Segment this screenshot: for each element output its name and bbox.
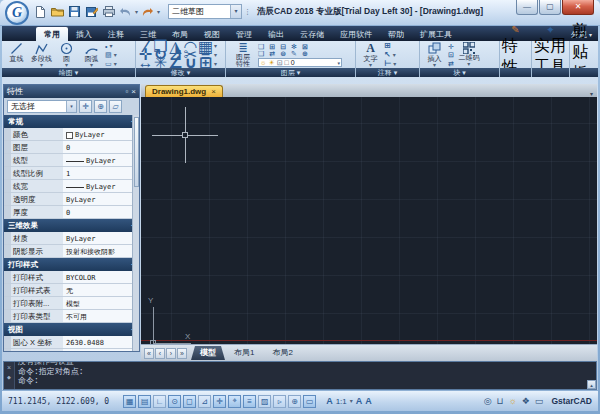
open-file-button[interactable]: [50, 4, 65, 19]
grid-toggle[interactable]: ▤: [138, 395, 151, 408]
command-history[interactable]: 没有操作与设置 命令:指定对角点: 命令:: [15, 362, 596, 389]
quick-select-button[interactable]: ⊕: [94, 100, 107, 113]
layer-isolate-icon[interactable]: ⊞: [269, 43, 275, 50]
circle-button[interactable]: 圆 ▾: [54, 42, 79, 68]
block-sync-icon[interactable]: ⇄: [448, 60, 454, 67]
annotation-scale-value[interactable]: 1:1: [336, 397, 347, 406]
prop-row-color[interactable]: 颜色ByLayer: [4, 128, 139, 141]
hardware-accel-bulb-icon[interactable]: ☼: [509, 396, 517, 406]
section-general[interactable]: 常规−: [4, 115, 139, 128]
qrcode-caret-icon[interactable]: ▾: [467, 61, 470, 67]
unlock-ui-icon[interactable]: ⊔: [497, 396, 504, 406]
block-attribute-icon[interactable]: ✛: [448, 43, 454, 50]
doc-tab-close-icon[interactable]: ×: [211, 87, 216, 96]
document-tab[interactable]: Drawing1.dwg ×: [145, 85, 223, 97]
annotation-scale-icon[interactable]: A: [326, 397, 333, 406]
isolate-objects-icon[interactable]: ◎: [484, 396, 492, 406]
section-3d-effects[interactable]: 三维效果−: [4, 219, 139, 232]
modify-caret-2-icon[interactable]: ▾: [214, 52, 217, 58]
select-objects-button[interactable]: ▱: [109, 100, 122, 113]
osnap3d-toggle[interactable]: ⊿: [198, 395, 211, 408]
layer-off-icon[interactable]: ⊟: [280, 43, 286, 50]
first-tab-button[interactable]: «: [144, 348, 154, 359]
palette-scrollbar-thumb[interactable]: [134, 117, 139, 187]
tab-home[interactable]: 常用: [36, 27, 68, 41]
section-view[interactable]: 视图−: [4, 323, 139, 336]
layout1-tab[interactable]: 布局1: [225, 346, 263, 360]
prop-row-lineweight[interactable]: 线宽ByLayer: [4, 180, 139, 193]
command-prompt[interactable]: 命令:: [18, 376, 593, 386]
tab-insert[interactable]: 插入: [68, 27, 100, 41]
last-tab-button[interactable]: »: [177, 348, 187, 359]
prop-row-thickness[interactable]: 厚度0: [4, 206, 139, 219]
modify-caret-1-icon[interactable]: ▾: [214, 43, 217, 49]
leader-caret-icon[interactable]: ▾: [393, 52, 396, 58]
magnifier-toggle[interactable]: ⊕: [288, 395, 301, 408]
drawing-canvas[interactable]: Y X: [141, 97, 597, 344]
tab-express[interactable]: 扩展工具: [412, 27, 460, 41]
tab-annotate[interactable]: 注释: [100, 27, 132, 41]
point-icon[interactable]: •: [105, 43, 107, 50]
prop-row-linetype-scale[interactable]: 线型比例1: [4, 167, 139, 180]
arc-button[interactable]: 圆弧 ▾: [79, 42, 104, 68]
palette-title-bar[interactable]: 特性 ▫ ×: [4, 85, 139, 98]
panel-layer-title[interactable]: 图层 ▾: [226, 68, 355, 77]
dimension-icon[interactable]: ⊢: [384, 60, 391, 68]
rectangle-icon[interactable]: ▭: [105, 60, 112, 67]
tab-cloud[interactable]: 云存储: [292, 27, 332, 41]
polar-toggle[interactable]: ⊙: [168, 395, 181, 408]
clipboard-button[interactable]: 剪贴板 ▾: [572, 42, 596, 68]
dimension-caret-icon[interactable]: ▾: [393, 61, 396, 67]
command-window[interactable]: × ◆ 没有操作与设置 命令:指定对角点: 命令:: [3, 361, 597, 390]
selection-cycling-toggle[interactable]: ▹: [273, 395, 286, 408]
doc-tab-menu-caret-icon[interactable]: ▾: [590, 90, 593, 97]
quick-properties-toggle[interactable]: ▭: [303, 395, 316, 408]
print-button[interactable]: [101, 4, 116, 19]
prop-row-center-y[interactable]: 圆心 Y 坐标1184.3778: [4, 349, 139, 352]
text-button[interactable]: A 文字 ▾: [358, 42, 383, 68]
lineweight-toggle[interactable]: ≡: [243, 395, 256, 408]
undo-button[interactable]: [118, 4, 133, 19]
workspace-switch-icon[interactable]: ❖: [522, 396, 530, 406]
layer-edit-icon[interactable]: ✎: [291, 50, 297, 57]
tab-output[interactable]: 输出: [260, 27, 292, 41]
qrcode-button[interactable]: 二维码 ▾: [455, 42, 483, 68]
command-anchor-icon[interactable]: ◆: [7, 374, 11, 380]
section-plot-style[interactable]: 打印样式−: [4, 258, 139, 271]
workspace-selector[interactable]: 二维草图 ▾: [168, 4, 242, 19]
prop-row-linetype[interactable]: 线型ByLayer: [4, 154, 139, 167]
transparency-toggle[interactable]: ▨: [258, 395, 271, 408]
point-caret-icon[interactable]: ▾: [109, 43, 112, 49]
layer-state-icon[interactable]: ❏: [258, 43, 264, 50]
minimize-button[interactable]: —: [516, 0, 538, 15]
prop-row-shadow[interactable]: 阴影显示投射和接收阴影: [4, 245, 139, 258]
layer-match-icon[interactable]: ⇄: [269, 50, 275, 57]
prop-row-transparency[interactable]: 透明度ByLayer: [4, 193, 139, 206]
ortho-toggle[interactable]: ∟: [153, 395, 166, 408]
utilities-button[interactable]: ⌖ 实用工具 ▾: [534, 42, 567, 68]
line-button[interactable]: 直线: [4, 42, 29, 68]
model-tab[interactable]: 模型: [191, 346, 225, 360]
prop-row-plot-style[interactable]: 打印样式BYCOLOR: [4, 271, 139, 284]
panel-draw-title[interactable]: 绘图 ▾: [2, 68, 135, 77]
prop-row-center-x[interactable]: 圆心 X 坐标2630.0488: [4, 336, 139, 349]
leader-icon[interactable]: ↖: [384, 51, 391, 59]
clean-screen-icon[interactable]: ▭: [535, 396, 544, 406]
layer-dropdown[interactable]: ☼ ☀ ⊡ □ 0 ▾: [258, 58, 342, 67]
prop-row-plot-attach[interactable]: 打印表附...模型: [4, 297, 139, 310]
hatch-caret-icon[interactable]: ▾: [114, 52, 117, 58]
insert-block-button[interactable]: 插入 ▾: [422, 42, 447, 68]
layer-current-icon[interactable]: ⊜: [280, 50, 286, 57]
modify-caret-3-icon[interactable]: ▾: [214, 61, 217, 67]
selection-dropdown[interactable]: 无选择 ▾: [7, 100, 77, 113]
osnap-toggle[interactable]: ◻: [183, 395, 196, 408]
annotation-visibility-icon[interactable]: A: [356, 397, 363, 406]
tab-help[interactable]: 帮助: [380, 27, 412, 41]
undo-caret-icon[interactable]: ▾: [135, 9, 138, 15]
tab-apps[interactable]: 应用软件: [332, 27, 380, 41]
maximize-button[interactable]: ▢: [539, 0, 561, 15]
panel-modify-title[interactable]: 修改 ▾: [136, 68, 225, 77]
match-properties-button[interactable]: ✎ 特性 ▾: [502, 42, 529, 68]
command-scroll-up-button[interactable]: ▴: [587, 380, 596, 389]
redo-caret-icon[interactable]: ▾: [157, 9, 160, 15]
